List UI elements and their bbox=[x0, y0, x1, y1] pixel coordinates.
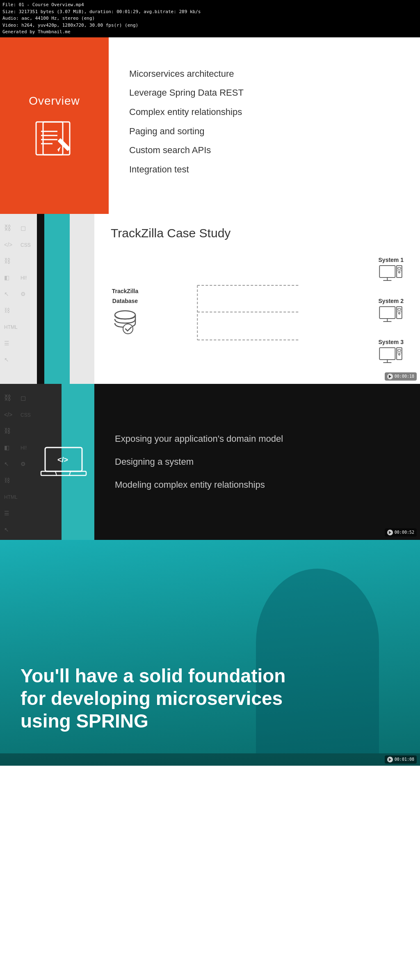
computer-icon-0 bbox=[379, 265, 403, 285]
timestamp-text-1: 00:00:18 bbox=[395, 374, 414, 379]
connection-svg bbox=[139, 267, 379, 357]
system-label-1: System 2 bbox=[379, 298, 404, 304]
overview-title: Overview bbox=[29, 94, 80, 108]
svg-text:☰: ☰ bbox=[4, 340, 9, 347]
laptop-icon-wrapper: </> bbox=[0, 384, 94, 540]
db-label1: TrackZilla bbox=[112, 288, 139, 294]
dark-item-0: Exposing your application's domain model bbox=[115, 434, 399, 444]
database-icon bbox=[111, 308, 139, 336]
overview-item-5: Integration test bbox=[129, 164, 399, 176]
svg-text:⛓: ⛓ bbox=[4, 257, 11, 264]
timestamp-badge-3: 00:01:08 bbox=[385, 755, 417, 764]
case-study-left-bg: ⛓ ◻ </> CSS ⛓ ◧ HI! ↖ ⚙ ⛓ HTML ☰ ↖ bbox=[0, 214, 94, 384]
dark-section-left: ⛓ ◻ </> CSS ⛓ ◧ HI! ↖ ⚙ ⛓ HTML ☰ ↖ bbox=[0, 384, 94, 540]
case-study-content: TrackZilla Case Study TrackZilla Databas… bbox=[94, 214, 420, 384]
svg-point-40 bbox=[399, 312, 400, 314]
svg-rect-1 bbox=[43, 122, 70, 155]
svg-text:</>: </> bbox=[4, 241, 12, 248]
dark-content: Exposing your application's domain model… bbox=[94, 384, 420, 540]
overview-section: Overview Micorservices architectureLever… bbox=[0, 37, 420, 214]
timestamp-text-3: 00:01:08 bbox=[395, 757, 414, 762]
svg-text:⚙: ⚙ bbox=[21, 291, 26, 297]
svg-text:HTML: HTML bbox=[4, 324, 18, 330]
diagram-area: TrackZilla Database bbox=[111, 252, 404, 372]
systems-column: System 1 System 2 bbox=[379, 257, 404, 367]
hero-bottom-bar: 00:01:08 bbox=[0, 753, 420, 766]
system-label-2: System 3 bbox=[379, 339, 404, 345]
file-info-line1: File: 01 - Course Overview.mp4 bbox=[2, 2, 418, 9]
file-info-line4: Video: h264, yuv420p, 1280x720, 30.00 fp… bbox=[2, 22, 418, 29]
pattern-icons: ⛓ ◻ </> CSS ⛓ ◧ HI! ↖ ⚙ ⛓ HTML ☰ ↖ bbox=[0, 214, 94, 370]
dark-bg-pattern: ⛓ ◻ </> CSS ⛓ ◧ HI! ↖ ⚙ ⛓ HTML ☰ ↖ bbox=[0, 384, 94, 540]
hero-text: You'll have a solid foundation for devel… bbox=[21, 665, 399, 733]
svg-text:↖: ↖ bbox=[4, 356, 9, 363]
system-label-0: System 1 bbox=[379, 257, 404, 263]
play-icon-3 bbox=[387, 757, 393, 762]
case-study-section: ⛓ ◻ </> CSS ⛓ ◧ HI! ↖ ⚙ ⛓ HTML ☰ ↖ Track… bbox=[0, 214, 420, 384]
svg-rect-46 bbox=[398, 349, 401, 351]
computer-icon-1 bbox=[379, 306, 403, 326]
hero-section: You'll have a solid foundation for devel… bbox=[0, 540, 420, 766]
svg-point-47 bbox=[399, 353, 400, 355]
svg-text:</>: </> bbox=[57, 456, 68, 464]
svg-text:◧: ◧ bbox=[4, 274, 9, 281]
hero-heading: You'll have a solid foundation for devel… bbox=[21, 665, 287, 733]
system-item-0: System 1 bbox=[379, 257, 404, 285]
svg-rect-42 bbox=[380, 347, 395, 359]
svg-text:⛓: ⛓ bbox=[4, 307, 10, 314]
svg-rect-32 bbox=[398, 267, 401, 269]
overview-item-4: Custom search APIs bbox=[129, 145, 399, 156]
timestamp-badge-1: 00:00:18 bbox=[385, 372, 417, 381]
svg-text:⛓: ⛓ bbox=[4, 224, 11, 232]
svg-point-23 bbox=[123, 324, 133, 334]
svg-text:◻: ◻ bbox=[21, 225, 26, 232]
overview-left-panel: Overview bbox=[0, 37, 109, 214]
dark-item-1: Designing a system bbox=[115, 457, 399, 467]
db-label2: Database bbox=[112, 298, 138, 304]
case-study-title: TrackZilla Case Study bbox=[111, 226, 404, 240]
overview-item-1: Leverage Spring Data REST bbox=[129, 87, 399, 99]
svg-text:↖: ↖ bbox=[4, 291, 9, 297]
overview-item-0: Micorservices architecture bbox=[129, 68, 399, 80]
svg-point-33 bbox=[399, 271, 400, 273]
laptop-icon: </> bbox=[39, 443, 88, 480]
database-section: TrackZilla Database bbox=[111, 288, 139, 336]
bg-pattern: ⛓ ◻ </> CSS ⛓ ◧ HI! ↖ ⚙ ⛓ HTML ☰ ↖ bbox=[0, 214, 94, 384]
svg-text:HI!: HI! bbox=[21, 275, 27, 281]
overview-item-2: Complex entity relationships bbox=[129, 106, 399, 118]
file-info-line3: Audio: aac, 44100 Hz, stereo (eng) bbox=[2, 15, 418, 22]
timestamp-badge-2: 00:00:52 bbox=[385, 528, 417, 537]
overview-right-panel: Micorservices architectureLeverage Sprin… bbox=[109, 37, 420, 214]
svg-text:CSS: CSS bbox=[21, 242, 31, 248]
system-item-1: System 2 bbox=[379, 298, 404, 326]
dark-section: ⛓ ◻ </> CSS ⛓ ◧ HI! ↖ ⚙ ⛓ HTML ☰ ↖ bbox=[0, 384, 420, 540]
svg-rect-28 bbox=[380, 265, 395, 277]
file-info-line2: Size: 3217351 bytes (3.07 MiB), duration… bbox=[2, 9, 418, 16]
svg-rect-39 bbox=[398, 308, 401, 310]
timestamp-text-2: 00:00:52 bbox=[395, 530, 414, 535]
file-info-bar: File: 01 - Course Overview.mp4 Size: 321… bbox=[0, 0, 420, 37]
system-item-2: System 3 bbox=[379, 339, 404, 367]
file-info-line5: Generated by Thumbnail.me bbox=[2, 29, 418, 36]
play-icon-1 bbox=[387, 374, 393, 379]
play-icon-2 bbox=[387, 530, 393, 535]
document-icon bbox=[32, 120, 77, 157]
dark-item-2: Modeling complex entity relationships bbox=[115, 480, 399, 490]
computer-icon-2 bbox=[379, 347, 403, 367]
svg-rect-35 bbox=[380, 306, 395, 318]
connection-lines bbox=[139, 267, 379, 357]
overview-item-3: Paging and sorting bbox=[129, 126, 399, 138]
svg-marker-7 bbox=[57, 147, 61, 152]
